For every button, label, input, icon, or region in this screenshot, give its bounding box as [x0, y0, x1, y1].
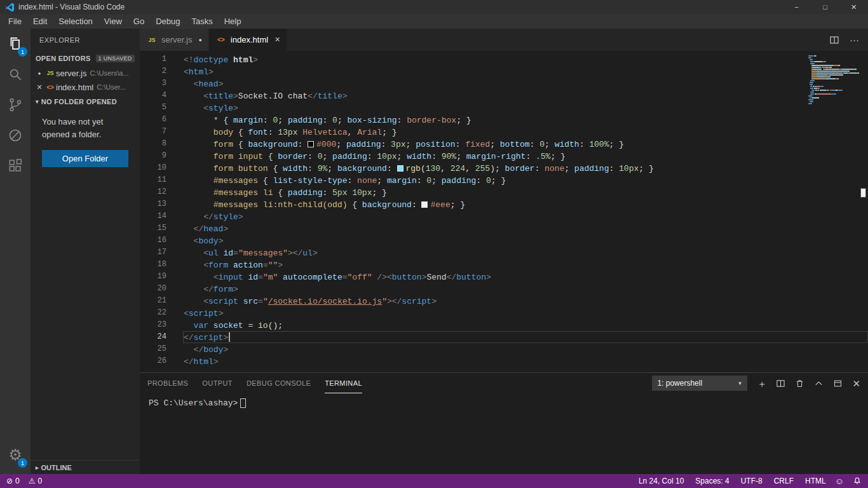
menu-selection[interactable]: Selection — [53, 14, 98, 29]
line-number: 8 — [140, 138, 166, 150]
kill-terminal-icon[interactable] — [795, 379, 804, 388]
color-swatch — [308, 141, 314, 147]
menu-help[interactable]: Help — [219, 14, 247, 29]
code-line[interactable]: 21 <script src="/socket.io/socket.io.js"… — [140, 295, 868, 307]
debug-icon[interactable] — [0, 120, 31, 151]
menu-tasks[interactable]: Tasks — [186, 14, 218, 29]
open-editors-header[interactable]: OPEN EDITORS 1 UNSAVED — [31, 51, 140, 66]
code-editor[interactable]: 1<!doctype html>2<html>3 <head>4 <title>… — [140, 51, 868, 372]
notifications-bell-icon[interactable] — [853, 477, 862, 485]
close-icon[interactable]: ✕ — [36, 83, 42, 92]
code-line[interactable]: 7 body { font: 13px Helvetica, Arial; } — [140, 126, 868, 138]
chevron-down-icon: ▾ — [36, 98, 39, 105]
line-number: 4 — [140, 90, 166, 102]
menu-go[interactable]: Go — [128, 14, 150, 29]
code-line[interactable]: 12 #messages li { padding: 5px 10px; } — [140, 186, 868, 198]
menu-file[interactable]: File — [3, 14, 27, 29]
code-lines: 1<!doctype html>2<html>3 <head>4 <title>… — [140, 51, 868, 367]
explorer-sidebar: EXPLORER OPEN EDITORS 1 UNSAVED ● JS ser… — [31, 29, 140, 474]
code-line[interactable]: 3 <head> — [140, 78, 868, 90]
editor-tabbar: JS server.js ● <> index.html ✕ ··· — [140, 29, 868, 51]
settings-badge: 1 — [18, 458, 27, 468]
new-terminal-icon[interactable]: ＋ — [757, 379, 766, 388]
code-line[interactable]: 24</script> — [140, 331, 868, 343]
indentation-status[interactable]: Spaces: 4 — [695, 477, 729, 485]
modified-dot-icon: ● — [38, 71, 41, 76]
code-line[interactable]: 6 * { margin: 0; padding: 0; box-sizing:… — [140, 114, 868, 126]
extensions-icon[interactable] — [0, 151, 31, 181]
source-control-icon[interactable] — [0, 90, 31, 120]
editor-cursor — [229, 332, 230, 342]
activity-bar: 1 ⚙ 1 — [0, 29, 31, 474]
tab-label: server.js — [161, 35, 192, 44]
code-line[interactable]: 18 <form action=""> — [140, 259, 868, 271]
settings-gear-icon[interactable]: ⚙ 1 — [0, 440, 31, 470]
language-mode-status[interactable]: HTML — [805, 477, 826, 485]
terminal[interactable]: PS C:\Users\ashay> — [140, 393, 868, 474]
open-editor-index-html[interactable]: ✕ <> index.html C:\User... — [31, 80, 140, 94]
code-line[interactable]: 10 form button { width: 9%; background: … — [140, 162, 868, 174]
tab-server-js[interactable]: JS server.js ● — [140, 29, 209, 51]
feedback-smiley-icon[interactable]: ☺ — [835, 476, 844, 486]
code-line[interactable]: 8 form { background: #000; padding: 3px;… — [140, 138, 868, 150]
terminal-prompt: PS C:\Users\ashay> — [149, 398, 238, 408]
minimize-button[interactable]: − — [782, 0, 811, 14]
code-line[interactable]: 5 <style> — [140, 102, 868, 114]
encoding-status[interactable]: UTF-8 — [741, 477, 763, 485]
no-folder-header[interactable]: ▾ NO FOLDER OPENED — [31, 94, 140, 109]
code-line[interactable]: 1<!doctype html> — [140, 53, 868, 65]
code-line[interactable]: 4 <title>Socket.IO chat</title> — [140, 90, 868, 102]
menu-view[interactable]: View — [98, 14, 128, 29]
open-editor-server-js[interactable]: ● JS server.js C:\Users\a... — [31, 66, 140, 80]
close-icon[interactable]: ✕ — [275, 36, 280, 44]
title-bar: index.html - Visual Studio Code − □ ✕ — [0, 0, 868, 14]
code-line[interactable]: 26</html> — [140, 355, 868, 367]
code-line[interactable]: 20 </form> — [140, 283, 868, 295]
menu-edit[interactable]: Edit — [27, 14, 53, 29]
code-line[interactable]: 2<html> — [140, 65, 868, 78]
line-number: 9 — [140, 150, 166, 162]
outline-section[interactable]: ▸ OUTLINE — [31, 460, 140, 474]
line-number: 5 — [140, 102, 166, 114]
maximize-panel-icon[interactable] — [814, 379, 824, 388]
search-icon[interactable] — [0, 59, 31, 90]
explorer-icon[interactable]: 1 — [0, 29, 31, 59]
line-number: 22 — [140, 307, 166, 319]
line-number: 23 — [140, 319, 166, 331]
minimap[interactable] — [808, 55, 859, 104]
problems-status[interactable]: ⊘ 0 ⚠ 0 — [6, 477, 42, 485]
close-panel-icon[interactable]: ✕ — [852, 379, 860, 388]
panel-tab-terminal[interactable]: TERMINAL — [325, 373, 362, 393]
code-line[interactable]: 17 <ul id="messages"></ul> — [140, 247, 868, 259]
split-editor-icon[interactable] — [829, 35, 839, 45]
split-terminal-icon[interactable] — [776, 379, 785, 388]
code-line[interactable]: 23 var socket = io(); — [140, 319, 868, 331]
open-folder-button[interactable]: Open Folder — [42, 150, 128, 167]
panel-tab-output[interactable]: OUTPUT — [202, 373, 233, 393]
eol-status[interactable]: CRLF — [774, 477, 794, 485]
code-line[interactable]: 22<script> — [140, 307, 868, 319]
code-line[interactable]: 16 <body> — [140, 234, 868, 247]
code-line[interactable]: 25 </body> — [140, 343, 868, 355]
close-button[interactable]: ✕ — [839, 0, 868, 14]
maximize-button[interactable]: □ — [811, 0, 839, 14]
tab-index-html[interactable]: <> index.html ✕ — [209, 29, 287, 51]
terminal-select[interactable]: 1: powershell ▼ — [652, 376, 747, 391]
panel-tab-problems[interactable]: PROBLEMS — [147, 373, 188, 393]
code-line[interactable]: 15 </head> — [140, 222, 868, 234]
file-path: C:\Users\a... — [90, 69, 128, 77]
explorer-badge: 1 — [18, 47, 27, 57]
code-line[interactable]: 19 <input id="m" autocomplete="off" /><b… — [140, 271, 868, 283]
code-line[interactable]: 11 #messages { list-style-type: none; ma… — [140, 174, 868, 186]
error-count: 0 — [15, 477, 20, 485]
cursor-position-status[interactable]: Ln 24, Col 10 — [639, 477, 684, 485]
panel-tab-debug-console[interactable]: DEBUG CONSOLE — [247, 373, 311, 393]
menu-debug[interactable]: Debug — [150, 14, 186, 29]
more-actions-icon[interactable]: ··· — [850, 35, 859, 44]
restore-panel-icon[interactable] — [833, 379, 843, 388]
panel: PROBLEMSOUTPUTDEBUG CONSOLETERMINAL 1: p… — [140, 372, 868, 474]
code-line[interactable]: 9 form input { border: 0; padding: 10px;… — [140, 150, 868, 162]
code-line[interactable]: 13 #messages li:nth-child(odd) { backgro… — [140, 198, 868, 210]
code-line[interactable]: 14 </style> — [140, 210, 868, 222]
modified-dot-icon[interactable]: ● — [198, 37, 201, 43]
